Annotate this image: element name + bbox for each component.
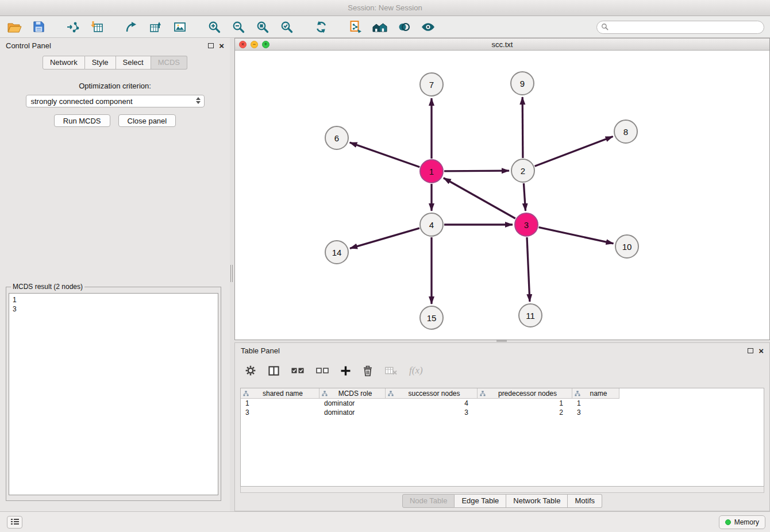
node-9[interactable]: 9 bbox=[510, 71, 534, 95]
zoom-out-icon[interactable] bbox=[230, 18, 247, 36]
node-6[interactable]: 6 bbox=[325, 126, 349, 150]
apply-layout-icon[interactable] bbox=[313, 18, 330, 36]
column-label: MCDS role bbox=[328, 390, 383, 398]
function-builder-icon[interactable]: f(x) bbox=[409, 365, 423, 376]
memory-status-icon bbox=[725, 519, 731, 525]
minimize-window-button[interactable]: − bbox=[251, 41, 258, 48]
column-label: shared name bbox=[249, 390, 317, 398]
network-canvas[interactable]: 7968124314101511 bbox=[235, 51, 769, 340]
export-network-icon[interactable] bbox=[123, 18, 140, 36]
node-3[interactable]: 3 bbox=[514, 213, 538, 237]
column-label: name bbox=[580, 390, 617, 398]
splitter-handle-icon bbox=[496, 340, 507, 342]
save-session-icon[interactable] bbox=[30, 18, 47, 36]
close-panel-button[interactable]: Close panel bbox=[118, 114, 176, 127]
node-8[interactable]: 8 bbox=[614, 119, 638, 144]
select-arrows-icon bbox=[196, 97, 201, 104]
paint-style-icon[interactable] bbox=[395, 18, 413, 36]
panel-splitter[interactable] bbox=[230, 38, 234, 511]
window-title: Session: New Session bbox=[348, 3, 422, 12]
optimization-select[interactable]: strongly connected component bbox=[26, 95, 205, 107]
new-network-from-selection-icon[interactable] bbox=[347, 18, 364, 36]
tab-select[interactable]: Select bbox=[116, 56, 151, 70]
settings-gear-icon[interactable] bbox=[245, 365, 256, 376]
cell-mcds-role: dominator bbox=[319, 408, 386, 417]
memory-label: Memory bbox=[734, 518, 759, 526]
float-table-panel-icon[interactable] bbox=[748, 348, 753, 353]
node-1[interactable]: 1 bbox=[419, 159, 444, 183]
search-input[interactable] bbox=[611, 22, 764, 33]
close-panel-icon[interactable]: × bbox=[219, 41, 224, 50]
table-scrollbar[interactable] bbox=[240, 487, 764, 493]
result-line: 1 bbox=[13, 295, 214, 304]
column-header-mcds-role[interactable]: MCDS role bbox=[319, 388, 386, 399]
table-panel: Table Panel × f(x) shared nameMCDS roles… bbox=[234, 342, 770, 511]
export-image-icon[interactable] bbox=[171, 18, 188, 36]
tab-node-table[interactable]: Node Table bbox=[402, 494, 455, 508]
run-mcds-button[interactable]: Run MCDS bbox=[54, 114, 110, 127]
node-11[interactable]: 11 bbox=[518, 303, 542, 327]
network-window-titlebar: × − + scc.txt bbox=[235, 38, 769, 51]
table-row[interactable]: 1dominator411 bbox=[241, 399, 764, 408]
float-panel-icon[interactable] bbox=[208, 43, 214, 48]
cell-predecessor-nodes: 1 bbox=[478, 399, 572, 408]
column-label: successor nodes bbox=[394, 390, 475, 398]
node-10[interactable]: 10 bbox=[615, 234, 639, 259]
zoom-in-icon[interactable] bbox=[206, 18, 223, 36]
table-panel-title: Table Panel bbox=[241, 346, 280, 355]
tab-network[interactable]: Network bbox=[43, 56, 85, 70]
deselect-all-icon[interactable] bbox=[316, 367, 329, 375]
memory-button[interactable]: Memory bbox=[719, 515, 765, 529]
open-session-icon[interactable] bbox=[6, 18, 23, 36]
column-header-shared-name[interactable]: shared name bbox=[241, 388, 319, 399]
delete-column-icon[interactable] bbox=[363, 365, 373, 376]
import-table-icon[interactable] bbox=[88, 18, 106, 36]
tab-style[interactable]: Style bbox=[85, 56, 116, 70]
node-15[interactable]: 15 bbox=[419, 306, 444, 330]
export-table-icon[interactable] bbox=[147, 18, 164, 36]
search-box[interactable] bbox=[596, 21, 764, 34]
delete-table-icon[interactable] bbox=[385, 366, 397, 375]
cell-successor-nodes: 4 bbox=[386, 399, 478, 408]
tab-motifs[interactable]: Motifs bbox=[568, 494, 602, 508]
tab-network-table[interactable]: Network Table bbox=[506, 494, 568, 508]
zoom-selected-icon[interactable] bbox=[278, 18, 295, 36]
mcds-result-list[interactable]: 13 bbox=[9, 293, 218, 495]
table-tabs: Node TableEdge TableNetwork TableMotifs bbox=[235, 494, 769, 508]
table-header: shared nameMCDS rolesuccessor nodesprede… bbox=[241, 388, 764, 399]
tab-mcds[interactable]: MCDS bbox=[151, 56, 187, 70]
cell-shared-name: 3 bbox=[241, 408, 319, 417]
first-neighbors-icon[interactable] bbox=[371, 18, 388, 36]
column-label: predecessor nodes bbox=[486, 390, 569, 398]
show-panels-button[interactable] bbox=[7, 516, 22, 529]
zoom-window-button[interactable]: + bbox=[262, 41, 270, 48]
result-line: 3 bbox=[13, 304, 214, 314]
table-body: 1dominator4113dominator323 bbox=[241, 399, 764, 417]
column-header-successor-nodes[interactable]: successor nodes bbox=[386, 388, 478, 399]
node-14[interactable]: 14 bbox=[325, 240, 349, 264]
network-nodes: 7968124314101511 bbox=[235, 51, 769, 340]
add-column-icon[interactable] bbox=[341, 366, 351, 376]
toggle-graphics-icon[interactable] bbox=[419, 18, 437, 36]
split-panel-icon[interactable] bbox=[268, 365, 279, 376]
control-panel-tabs: NetworkStyleSelectMCDS bbox=[0, 56, 230, 70]
node-7[interactable]: 7 bbox=[419, 72, 444, 97]
column-header-name[interactable]: name bbox=[572, 388, 619, 399]
import-network-icon[interactable] bbox=[64, 18, 82, 36]
table-row[interactable]: 3dominator323 bbox=[241, 408, 764, 417]
column-type-icon bbox=[575, 391, 580, 396]
splitter-handle-icon bbox=[230, 265, 233, 282]
close-table-panel-icon[interactable]: × bbox=[759, 346, 764, 355]
table-toolbar: f(x) bbox=[235, 360, 769, 381]
mcds-result-box: MCDS result (2 nodes) 13 bbox=[6, 283, 221, 501]
close-window-button[interactable]: × bbox=[239, 41, 247, 48]
zoom-fit-icon[interactable] bbox=[254, 18, 271, 36]
column-header-predecessor-nodes[interactable]: predecessor nodes bbox=[478, 388, 572, 399]
node-2[interactable]: 2 bbox=[511, 159, 535, 183]
node-4[interactable]: 4 bbox=[419, 213, 444, 237]
column-type-icon bbox=[480, 391, 486, 396]
select-all-icon[interactable] bbox=[291, 367, 304, 375]
cell-successor-nodes: 3 bbox=[386, 408, 478, 417]
control-panel-header: Control Panel × bbox=[0, 38, 230, 53]
tab-edge-table[interactable]: Edge Table bbox=[455, 494, 506, 508]
